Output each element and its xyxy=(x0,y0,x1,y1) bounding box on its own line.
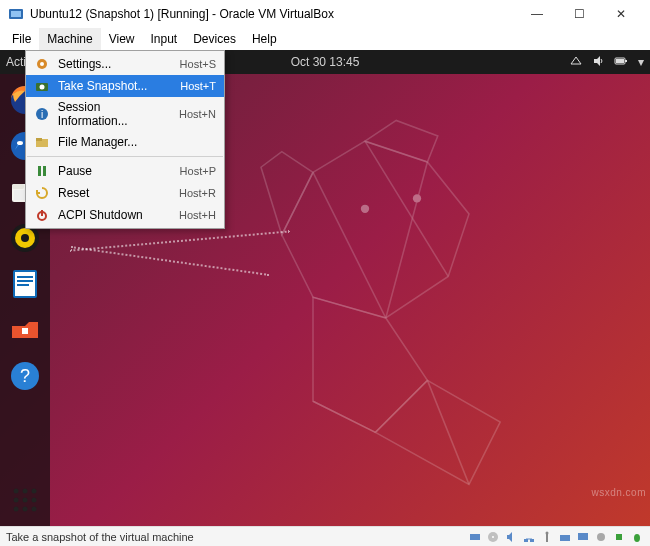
recording-icon[interactable] xyxy=(594,530,608,544)
system-tray[interactable]: ▾ xyxy=(570,55,644,70)
titlebar: Ubuntu12 (Snapshot 1) [Running] - Oracle… xyxy=(0,0,650,28)
pause-icon xyxy=(34,163,50,179)
svg-rect-68 xyxy=(616,534,622,540)
dock-item-apps-grid[interactable] xyxy=(5,480,45,520)
svg-point-36 xyxy=(32,489,37,494)
svg-rect-53 xyxy=(38,166,41,176)
svg-point-19 xyxy=(17,141,23,145)
svg-line-14 xyxy=(427,380,469,484)
svg-rect-3 xyxy=(625,60,627,62)
svg-marker-7 xyxy=(261,152,313,235)
svg-rect-4 xyxy=(616,59,624,63)
clock-label[interactable]: Oct 30 13:45 xyxy=(291,55,360,69)
svg-rect-54 xyxy=(43,166,46,176)
watermark: wsxdn.com xyxy=(591,487,646,498)
svg-point-48 xyxy=(40,85,45,90)
menu-file-manager[interactable]: File Manager... xyxy=(26,131,224,153)
menu-take-snapshot[interactable]: Take Snapshot... Host+T xyxy=(26,75,224,97)
svg-marker-6 xyxy=(365,120,438,162)
camera-icon xyxy=(34,78,50,94)
menu-item-label: File Manager... xyxy=(58,135,137,149)
svg-marker-5 xyxy=(282,141,469,318)
svg-rect-28 xyxy=(17,276,33,278)
svg-point-15 xyxy=(361,205,369,213)
svg-point-67 xyxy=(597,533,605,541)
gear-icon xyxy=(34,56,50,72)
info-icon: i xyxy=(34,106,50,122)
svg-rect-21 xyxy=(12,184,24,189)
battery-icon xyxy=(614,55,628,70)
svg-point-25 xyxy=(21,234,29,242)
audio-icon[interactable] xyxy=(504,530,518,544)
menu-item-label: Session Information... xyxy=(58,100,171,128)
menu-help[interactable]: Help xyxy=(244,28,285,50)
volume-icon xyxy=(592,55,604,70)
svg-point-39 xyxy=(32,498,37,503)
menu-session-info[interactable]: iSession Information... Host+N xyxy=(26,97,224,131)
chevron-down-icon: ▾ xyxy=(638,55,644,69)
svg-point-42 xyxy=(32,507,37,512)
cpu-icon[interactable] xyxy=(612,530,626,544)
shared-folder-icon[interactable] xyxy=(558,530,572,544)
svg-rect-66 xyxy=(578,533,588,540)
menu-view[interactable]: View xyxy=(101,28,143,50)
svg-rect-31 xyxy=(22,328,28,334)
mouse-icon[interactable] xyxy=(630,530,644,544)
svg-rect-57 xyxy=(470,534,480,540)
svg-text:?: ? xyxy=(20,366,30,386)
svg-point-59 xyxy=(492,536,494,538)
dock-item-libreoffice-writer[interactable] xyxy=(5,264,45,304)
network-icon xyxy=(570,55,582,70)
vm-display: Activities Oct 30 13:45 ▾ xyxy=(0,50,650,526)
display-icon[interactable] xyxy=(576,530,590,544)
svg-marker-11 xyxy=(313,297,427,432)
menu-item-label: Take Snapshot... xyxy=(58,79,147,93)
svg-point-37 xyxy=(14,498,19,503)
reset-icon xyxy=(34,185,50,201)
menu-shortcut: Host+T xyxy=(180,80,216,92)
svg-point-16 xyxy=(413,194,421,202)
menu-file[interactable]: File xyxy=(4,28,39,50)
menu-reset[interactable]: Reset Host+R xyxy=(26,182,224,204)
menu-shortcut: Host+H xyxy=(179,209,216,221)
minimize-button[interactable]: — xyxy=(516,0,558,28)
dock-item-ubuntu-software[interactable] xyxy=(5,310,45,350)
menubar: File Machine View Input Devices Help xyxy=(0,28,650,50)
svg-point-35 xyxy=(23,489,28,494)
menu-settings[interactable]: Settings... Host+S xyxy=(26,53,224,75)
menu-devices[interactable]: Devices xyxy=(185,28,244,50)
menu-acpi-shutdown[interactable]: ACPI Shutdown Host+H xyxy=(26,204,224,226)
menu-item-label: Reset xyxy=(58,186,89,200)
svg-rect-30 xyxy=(17,284,29,286)
menu-shortcut: Host+P xyxy=(180,165,216,177)
svg-line-13 xyxy=(313,401,375,432)
optical-icon[interactable] xyxy=(486,530,500,544)
menu-pause[interactable]: Pause Host+P xyxy=(26,160,224,182)
svg-point-41 xyxy=(23,507,28,512)
statusbar-help: Take a snapshot of the virtual machine xyxy=(6,531,194,543)
svg-point-38 xyxy=(23,498,28,503)
menu-item-label: Pause xyxy=(58,164,92,178)
power-icon xyxy=(34,207,50,223)
svg-rect-1 xyxy=(11,11,21,17)
menu-item-label: Settings... xyxy=(58,57,111,71)
svg-point-64 xyxy=(546,531,549,534)
usb-icon[interactable] xyxy=(540,530,554,544)
svg-text:i: i xyxy=(41,109,43,120)
close-button[interactable]: ✕ xyxy=(600,0,642,28)
statusbar: Take a snapshot of the virtual machine xyxy=(0,526,650,546)
svg-line-10 xyxy=(365,141,448,276)
svg-point-34 xyxy=(14,489,19,494)
network-icon[interactable] xyxy=(522,530,536,544)
virtualbox-icon xyxy=(8,6,24,22)
menu-machine[interactable]: Machine xyxy=(39,28,100,50)
hdd-icon[interactable] xyxy=(468,530,482,544)
dock-item-help[interactable]: ? xyxy=(5,356,45,396)
svg-point-40 xyxy=(14,507,19,512)
maximize-button[interactable]: ☐ xyxy=(558,0,600,28)
window-controls: — ☐ ✕ xyxy=(516,0,642,28)
statusbar-indicators xyxy=(468,530,644,544)
folder-icon xyxy=(34,134,50,150)
menu-input[interactable]: Input xyxy=(143,28,186,50)
menu-shortcut: Host+N xyxy=(179,108,216,120)
